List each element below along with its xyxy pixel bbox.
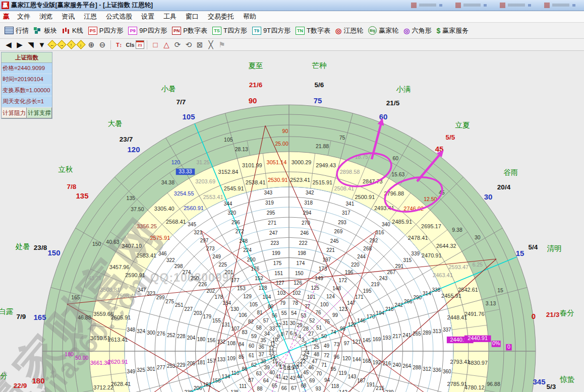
toolbar-item-P数字表[interactable]: PNP数字表 <box>172 26 207 35</box>
solar-term-label: 惊蛰 <box>560 375 575 383</box>
price-ring-b-value: 2491.76 <box>464 311 485 317</box>
spiral-number: 135 <box>230 389 239 392</box>
spiral-number: 30 <box>290 320 296 326</box>
diamond-up-button[interactable]: ↑ <box>67 40 76 49</box>
spiral-number: 217 <box>392 334 401 339</box>
toolbar-item-赢家轮[interactable]: Big赢家轮 <box>368 26 398 35</box>
menu-item-2[interactable]: 浏览 <box>35 11 57 22</box>
toolbar-item-赢家服务[interactable]: $赢家服务 <box>436 26 469 35</box>
toolbar-item-K线[interactable]: K线 <box>62 26 83 35</box>
menu-item-1[interactable]: 文件 <box>13 11 35 22</box>
toolbar-item-T四方形[interactable]: TST四方形 <box>212 26 247 35</box>
outer-degree-label: 135 <box>76 191 88 200</box>
price-ring-a-value: 2523.41 <box>290 177 310 183</box>
calendar-icon[interactable]: 21 <box>136 40 144 49</box>
toolbar-item-六角形[interactable]: ◎六角形 <box>403 26 431 35</box>
toolbar-item-9T四方形[interactable]: T99T四方形 <box>252 26 290 35</box>
diamond-down-button[interactable]: ↓ <box>76 40 85 49</box>
spiral-number: 202 <box>207 288 215 294</box>
spiral-number: 196 <box>345 270 354 275</box>
toolbar-item-板块[interactable]: 板块 <box>34 26 57 35</box>
cls-button[interactable]: Cls <box>125 40 135 50</box>
rotate-cw-icon[interactable]: ⟳ <box>172 40 183 50</box>
price-ring-b-value: 3101.99 <box>242 162 262 168</box>
spiral-number: 51 <box>316 325 322 331</box>
spiral-number: 122 <box>348 322 357 328</box>
degree-ring-value: 0 <box>507 344 510 350</box>
date-label: 5/3 <box>547 383 556 390</box>
menu-item-9[interactable]: 交易委托 <box>203 11 239 22</box>
price-ring-b-value: 2898.58 <box>340 169 360 175</box>
spiral-number: 172 <box>338 278 347 283</box>
diamond-left-button[interactable]: ← <box>47 40 56 49</box>
calc-support-button[interactable]: 计算支撑 <box>27 107 52 118</box>
degree-ring-value: 75 <box>339 135 345 141</box>
triangle-tool-icon[interactable]: △ <box>161 40 171 50</box>
spiral-number: 38 <box>261 359 267 364</box>
menu-item-4[interactable]: 江恩 <box>79 11 101 22</box>
menu-item-10[interactable]: 帮助 <box>239 11 261 22</box>
nav-back-icon[interactable]: ◀ <box>4 40 14 50</box>
spiral-number: 43 <box>290 375 296 381</box>
price-ring-a-value: 2553.41 <box>203 194 223 200</box>
pct-ring-value: 50.00 <box>75 355 88 361</box>
spiral-number: 247 <box>269 230 278 236</box>
zoom-in-icon[interactable]: ⊕ <box>86 40 96 50</box>
spiral-number: 127 <box>276 280 284 286</box>
spiral-number: 268 <box>363 246 372 251</box>
date-label: 21/3 <box>546 311 560 318</box>
nav-forward-icon[interactable]: ▶ <box>15 40 25 50</box>
menu-item-3[interactable]: 资讯 <box>57 11 79 22</box>
toolbar-item-T数字表[interactable]: TNT数字表 <box>296 26 330 35</box>
price-ring-a-value: 2478.41 <box>408 235 428 241</box>
toolbar-item-P四方形[interactable]: PSP四方形 <box>88 26 124 35</box>
spiral-number: 69 <box>309 378 315 383</box>
toolbar-item-江恩轮[interactable]: ◎江恩轮 <box>335 26 363 35</box>
menu-item-5[interactable]: 公式选股 <box>101 11 137 22</box>
spiral-number: 318 <box>304 200 313 206</box>
spiral-number: 108 <box>227 341 236 346</box>
toolbar-item-9P四方形[interactable]: P99P四方形 <box>128 26 167 35</box>
calc-resistance-button[interactable]: 计算阻力 <box>2 107 27 118</box>
price-ring-a-value: 2590.91 <box>125 272 145 278</box>
spiral-number: 218 <box>385 306 394 312</box>
spiral-number: 8 <box>281 332 284 337</box>
toolbar-item-label: P数字表 <box>183 26 207 35</box>
spiral-number: 250 <box>191 276 199 281</box>
spiral-number: 57 <box>263 318 269 323</box>
spiral-number: 170 <box>367 314 375 319</box>
diamond-right-button[interactable]: → <box>57 40 66 49</box>
spiral-number: 295 <box>267 210 275 216</box>
zoom-out-icon[interactable]: ⊖ <box>97 40 107 50</box>
spiral-number: 45 <box>303 370 309 375</box>
toolbar-item-行情[interactable]: 行情 <box>5 26 29 35</box>
cross-tool-icon[interactable]: ╳ <box>206 40 216 50</box>
menu-item-6[interactable]: 设置 <box>137 11 159 22</box>
spiral-number: 182 <box>203 382 212 387</box>
spiral-number: 266 <box>404 299 413 304</box>
date-label: 23/7 <box>120 136 133 143</box>
menu-item-8[interactable]: 窗口 <box>181 11 203 22</box>
rotate-ccw-icon[interactable]: ⟲ <box>184 40 194 50</box>
pointer-up-icon[interactable]: ◥ <box>26 40 36 50</box>
solar-term-label: 清明 <box>547 244 562 252</box>
spiral-number: 264 <box>402 363 411 369</box>
spiral-number: 252 <box>167 333 176 338</box>
gann-wheel-chart[interactable]: 赢家财富网www.yingjia360.comQQ:10080099012345… <box>0 51 584 392</box>
t-updown-icon[interactable]: T↕ <box>114 40 124 50</box>
spiral-number: 101 <box>307 294 316 300</box>
spiral-number: 123 <box>339 306 347 312</box>
menu-item-7[interactable]: 工具 <box>159 11 181 22</box>
spiral-number: 301 <box>147 366 155 372</box>
toolbar-item-label: 板块 <box>44 26 57 35</box>
box-x-tool-icon[interactable]: ⊠ <box>195 40 205 50</box>
toolbar-item-label: 9T四方形 <box>263 26 290 35</box>
flag-tool-icon[interactable]: ⚑ <box>217 40 227 50</box>
price-ring-b-value: 3051.14 <box>267 159 287 165</box>
spiral-number: 336 <box>433 367 441 373</box>
rect-tool-icon[interactable]: □ <box>150 40 160 50</box>
spiral-number: 276 <box>157 331 165 337</box>
spiral-number: 5 <box>295 332 298 337</box>
price-ring-a-value: 2463.41 <box>433 272 453 278</box>
pointer-down-icon[interactable]: ▼ <box>37 40 47 50</box>
